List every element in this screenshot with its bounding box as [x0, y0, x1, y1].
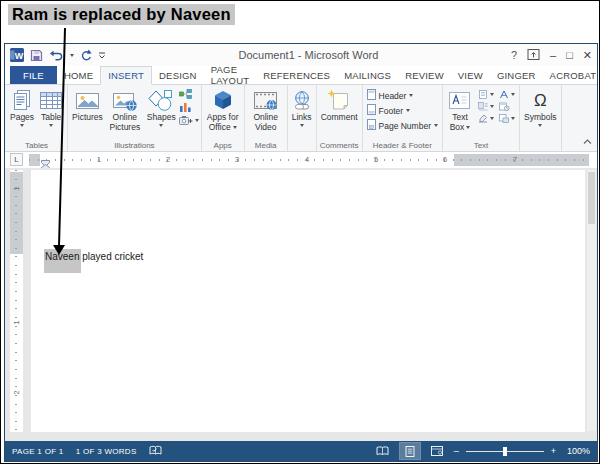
pictures-icon [75, 88, 100, 113]
dropdown-caret-icon [490, 105, 494, 108]
comment-button[interactable]: Comment [319, 87, 360, 123]
dropdown-caret-icon [490, 117, 494, 120]
header-icon [367, 89, 376, 102]
symbols-button[interactable]: Ω Symbols [522, 87, 559, 127]
ruler-number: 1 [12, 182, 21, 195]
tab-ginger[interactable]: GINGER [490, 66, 543, 84]
close-button[interactable]: ✕ [583, 50, 592, 61]
group-label-media: Media [247, 140, 285, 151]
links-label: Links [292, 113, 312, 123]
tab-file[interactable]: FILE [10, 66, 57, 84]
online-pictures-button[interactable]: Online Pictures [106, 87, 144, 133]
page-number-button[interactable]: Page Number [367, 119, 438, 132]
text-box-icon [448, 88, 471, 113]
table-button[interactable]: Table [37, 87, 65, 127]
ribbon-group-comments: Comment Comments [317, 85, 363, 151]
dropdown-caret-icon [233, 126, 237, 129]
document-text-rest: played cricket [79, 251, 143, 262]
chart-icon[interactable] [179, 102, 199, 112]
apps-for-office-button[interactable]: Apps for Office [204, 87, 242, 133]
smartart-icon[interactable] [179, 89, 199, 99]
ribbon-group-text: Text Box [443, 85, 520, 151]
dropdown-caret-icon [511, 93, 515, 96]
vertical-scrollbar[interactable] [587, 170, 596, 431]
ruler-number: 5 [371, 155, 381, 165]
shapes-button[interactable]: Shapes [145, 87, 178, 127]
table-icon [39, 88, 63, 113]
group-label-tables: Tables [8, 140, 65, 151]
pictures-button[interactable]: Pictures [70, 87, 105, 123]
zoom-out-button[interactable]: – [454, 446, 459, 456]
word-window: W Document1 - Microsoft Word ? [4, 43, 598, 462]
ribbon-group-tables: Pages Table Tables [6, 85, 68, 151]
undo-dropdown-caret-icon[interactable] [70, 54, 74, 57]
tab-home[interactable]: HOME [57, 66, 100, 84]
read-mode-icon[interactable] [373, 443, 393, 459]
dropdown-caret-icon [434, 124, 438, 127]
qat-customize-icon[interactable] [98, 51, 106, 60]
tab-view[interactable]: VIEW [451, 66, 490, 84]
tab-design[interactable]: DESIGN [152, 66, 204, 84]
page-indicator[interactable]: PAGE 1 OF 1 [12, 447, 64, 456]
wordart-icon[interactable] [499, 90, 515, 99]
ruler-number: 3 [232, 155, 242, 165]
drop-cap-icon[interactable] [478, 102, 494, 111]
ruler-row: L 1 2 3 4 5 6 7 [5, 152, 597, 168]
save-icon[interactable] [30, 49, 43, 62]
object-icon[interactable] [499, 114, 515, 123]
dropdown-caret-icon [538, 124, 542, 127]
document-text-line[interactable]: Naveen played cricket [45, 251, 143, 262]
text-small-buttons [476, 87, 517, 123]
web-layout-icon[interactable] [427, 443, 447, 459]
zoom-in-button[interactable]: + [551, 446, 556, 456]
undo-icon[interactable] [49, 50, 64, 61]
tab-references[interactable]: REFERENCES [256, 66, 337, 84]
collapse-ribbon-icon[interactable] [583, 131, 592, 149]
comment-label: Comment [321, 113, 358, 123]
date-time-icon[interactable] [499, 102, 515, 111]
print-layout-icon[interactable] [400, 443, 420, 459]
tab-insert[interactable]: INSERT [100, 66, 152, 85]
screenshot-icon[interactable] [179, 115, 199, 125]
ribbon-group-links: Links [288, 85, 317, 151]
footer-button[interactable]: Footer [367, 104, 438, 117]
status-bar: PAGE 1 OF 1 1 OF 3 WORDS – [5, 441, 597, 461]
page-number-label: Page Number [379, 121, 431, 131]
dropdown-caret-icon [300, 124, 304, 127]
vertical-ruler[interactable]: 1 1 2 [10, 170, 23, 432]
zoom-slider[interactable] [466, 447, 544, 456]
dropdown-caret-icon [466, 126, 470, 129]
horizontal-ruler[interactable]: 1 2 3 4 5 6 7 [29, 154, 589, 166]
zoom-level[interactable]: 100% [567, 446, 590, 456]
tab-page-layout[interactable]: PAGE LAYOUT [204, 66, 257, 84]
group-label-symbols-empty [522, 140, 559, 151]
help-button[interactable]: ? [511, 50, 517, 61]
signature-line-icon[interactable] [478, 114, 494, 123]
tab-acrobat[interactable]: ACROBAT [543, 66, 600, 84]
word-count[interactable]: 1 OF 3 WORDS [76, 447, 137, 456]
header-button[interactable]: Header [367, 89, 438, 102]
tab-stop-selector[interactable]: L [10, 153, 23, 166]
links-button[interactable]: Links [290, 87, 314, 127]
quick-parts-icon[interactable] [478, 90, 494, 99]
tab-review[interactable]: REVIEW [398, 66, 451, 84]
redo-icon[interactable] [80, 49, 92, 61]
pages-icon [13, 88, 31, 113]
ribbon-group-header-footer: Header Footer Page Number [363, 85, 443, 151]
scrollbar-thumb[interactable] [588, 172, 595, 224]
group-label-links-empty [290, 140, 314, 151]
zoom-slider-thumb[interactable] [503, 447, 507, 456]
proofing-icon[interactable] [149, 445, 162, 458]
maximize-button[interactable]: □ [566, 50, 573, 61]
document-page[interactable]: Naveen played cricket [31, 170, 585, 432]
text-box-button[interactable]: Text Box [445, 87, 475, 133]
group-label-text: Text [445, 140, 517, 151]
minimize-button[interactable]: – [550, 50, 556, 61]
callout-label: Ram is replaced by Naveen [8, 4, 235, 25]
footer-label: Footer [379, 106, 404, 116]
tab-mailings[interactable]: MAILINGS [337, 66, 398, 84]
ribbon-display-options-icon[interactable] [527, 48, 540, 63]
pages-button[interactable]: Pages [8, 87, 36, 127]
online-video-button[interactable]: Online Video [247, 87, 285, 133]
links-icon [292, 88, 312, 113]
